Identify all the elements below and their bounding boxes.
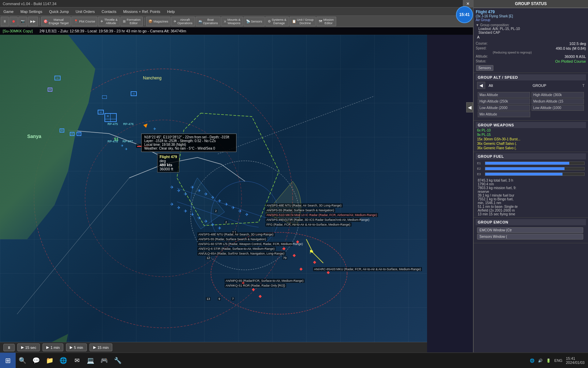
time-15sec-btn[interactable]: ▶ 15 sec — [17, 343, 40, 351]
alt-speed-nav: ◀ Alt GROUP T — [476, 80, 586, 90]
sensors-window-btn[interactable]: Sensors Window ( — [477, 234, 583, 240]
main-toolbar: ⏸ ⏺ 📷 ▶▶ 🎯 ManualEngage Target 📍 Plot Co… — [0, 16, 473, 27]
menu-missions[interactable]: Missions + Ref. Points — [120, 7, 164, 16]
taskbar-game[interactable]: 🎮 — [98, 354, 110, 367]
menu-game[interactable]: Game — [0, 7, 17, 16]
red-unit-2[interactable]: ◆ — [293, 253, 296, 258]
alt-speed-back-button[interactable]: ◀ — [477, 82, 485, 89]
red-unit-3[interactable]: ◆ — [299, 266, 303, 271]
max-altitude-btn[interactable]: Max Altitude — [478, 92, 530, 98]
manual-engage-button[interactable]: 🎯 ManualEngage Target — [41, 17, 71, 26]
taskbar-edge[interactable]: 🌐 — [57, 354, 69, 367]
group-fuel-header[interactable]: GROUP FUEL — [476, 153, 586, 159]
doctrine-icon: 📋 — [292, 19, 296, 23]
mil-marker-8: ⊠ — [77, 132, 81, 136]
panel-arrow-button[interactable]: ◀ — [466, 102, 473, 112]
time-1min-label: 1 min — [50, 346, 60, 350]
fuel-detail3: reserve — [478, 190, 584, 194]
group-type[interactable]: Air Group — [476, 18, 586, 22]
sensors-btn[interactable]: Sensors — [476, 65, 493, 71]
group-weapons-header[interactable]: GROUP WEAPONS — [476, 122, 586, 128]
aircraft-near-coast[interactable]: ✈ — [153, 127, 156, 131]
record-button[interactable]: ⏺ — [10, 17, 18, 26]
fuel-bar-fill-1 — [485, 162, 570, 165]
screenshot-button[interactable]: 📷 — [18, 17, 27, 26]
fuel-e1-label: E1 — [477, 162, 484, 165]
taskbar-files[interactable]: 📁 — [44, 354, 56, 367]
taskbar-pc[interactable]: 💻 — [84, 354, 97, 367]
red-unit-8[interactable]: ◆ — [259, 294, 262, 298]
group-alt-speed-header[interactable]: GROUP ALT / SPEED — [476, 74, 586, 80]
tactical-map[interactable]: Nancheng Sanya RP-475 RP-476 RP-477 RP-4… — [0, 35, 427, 368]
separator-2 — [144, 17, 145, 26]
red-unit-5[interactable]: ◆ — [327, 270, 330, 275]
group-emcon-header[interactable]: GROUP EMCON — [476, 219, 586, 225]
taskbar-search[interactable]: 🔍 — [16, 354, 29, 367]
emcon-window-btn[interactable]: EMCON Window (Ctr — [477, 227, 583, 233]
red-unit-cluster-main[interactable]: ◆ — [282, 246, 285, 251]
taskbar-chat[interactable]: 💬 — [30, 354, 42, 367]
unit-num-79: 79 — [282, 256, 287, 260]
t-column-label: T — [582, 83, 585, 88]
red-unit-6[interactable]: ◆ — [242, 280, 245, 285]
min-altitude-btn[interactable]: Min Altitude — [478, 111, 530, 117]
tray-network-icon: 🌐 — [530, 358, 535, 363]
fuel-bar-row-2: E2 — [477, 166, 585, 171]
taskbar-tool[interactable]: 🔧 — [112, 354, 124, 367]
unit-num-2a: 2 — [214, 209, 217, 213]
menu-contacts[interactable]: Contacts — [98, 7, 120, 16]
aircraft-operations-button[interactable]: ✈ AircraftOperations — [171, 17, 195, 26]
system-tray: 🌐 🔊 🔋 ENG 15:41 2024/01/03 — [530, 356, 588, 365]
unit-group-doctrine-button[interactable]: 📋 Unit / GroupDoctrine — [290, 17, 316, 26]
course-info: Course: 102.5 deg Speed: 490.0 kts (M 0.… — [476, 41, 586, 64]
magazines-button[interactable]: 📦 Magazines — [146, 17, 171, 26]
high-altitude-250-btn[interactable]: High Altitude (250k — [478, 98, 530, 104]
magazines-icon: 📦 — [148, 19, 152, 23]
mil-marker-7: ⊠ — [70, 132, 75, 136]
red-unit-7[interactable]: ◆ — [252, 287, 255, 292]
medium-altitude-btn[interactable]: Medium Altitude (15 — [532, 98, 584, 104]
menu-map-settings[interactable]: Map Settings — [17, 7, 46, 16]
mounts-weapons-button[interactable]: ⚔ Mounts &Weapons — [221, 17, 243, 26]
high-altitude-360-btn[interactable]: High Altitude (360k — [532, 92, 584, 98]
start-button[interactable]: ⊞ — [0, 353, 16, 368]
unit-num-12: 12 — [206, 256, 211, 260]
group-status-title-text: GROUP STATUS — [515, 1, 546, 6]
flight-composition: (3x J-16 Flying Shark [E] — [476, 14, 586, 18]
taskbar-mail[interactable]: ✉ — [71, 354, 83, 367]
play-pause-btn[interactable]: ⏸ — [3, 344, 15, 351]
info-bar: [Su-30MKK Copy] 2年1月3日 - Zulu: 12:58:39 … — [0, 27, 473, 35]
tooltip-coords: N18°21'45", E110°28'12" - 22nm from sel … — [144, 135, 233, 139]
red-unit-1[interactable]: ◆ — [296, 239, 299, 244]
fast-forward-button[interactable]: ▶▶ — [28, 17, 38, 26]
weapon-pl15: 9x PL-15 — [476, 133, 586, 137]
time-5min-btn[interactable]: ▶ 5 min — [66, 343, 87, 351]
menu-help[interactable]: Help — [164, 7, 178, 16]
boat-operations-button[interactable]: 🚢 BoatOperations — [196, 17, 220, 26]
plot-course-button[interactable]: 📍 Plot Course — [71, 17, 97, 26]
menu-quick-jump[interactable]: Quick Jump — [46, 7, 72, 16]
mission-editor-button[interactable]: 🗺 MissionEditor — [316, 17, 336, 26]
play-icon-5min: ▶ — [70, 345, 72, 350]
fuel-details: 8745.3 kg total fuel, 3 h 1790.4 nm 7803… — [476, 179, 586, 216]
yellow-marker[interactable]: ⚑ — [309, 249, 314, 255]
time-1min-btn[interactable]: ▶ 1 min — [43, 343, 63, 351]
time-15min-btn[interactable]: ▶ 15 min — [89, 343, 112, 351]
low-altitude-2000-btn[interactable]: Low Altitude (2000 — [478, 105, 530, 111]
low-altitude-1000-btn[interactable]: Low Altitude (1000 — [532, 105, 584, 111]
mil-marker-4: H — [98, 110, 104, 114]
menu-unit-orders[interactable]: Unit Orders — [72, 7, 98, 16]
systems-damage-button[interactable]: ⚙ Systems &Damage — [265, 17, 289, 26]
pause-button[interactable]: ⏸ — [1, 17, 9, 26]
flight479-altitude: 36000 ft — [160, 167, 177, 171]
play-icon-15s: ▶ — [21, 345, 24, 350]
menubar: Game Map Settings Quick Jump Unit Orders… — [0, 7, 473, 16]
throttle-altitude-button[interactable]: ✈ Throttle &Altitude — [98, 17, 120, 26]
tooltip-localtime: Local time: 19:58:38 (Night) — [144, 143, 233, 147]
title-text: Command v1.04 - Build 1147.34 — [3, 2, 56, 6]
titlebar: Command v1.04 - Build 1147.34 ✕ — [0, 0, 473, 7]
red-unit-4[interactable]: ◆ — [313, 260, 316, 264]
formation-editor-button[interactable]: ⊞ FormationEditor — [120, 17, 143, 26]
unit-num-7: 7 — [231, 297, 234, 301]
sensors-button[interactable]: 📡 Sensors — [244, 17, 265, 26]
